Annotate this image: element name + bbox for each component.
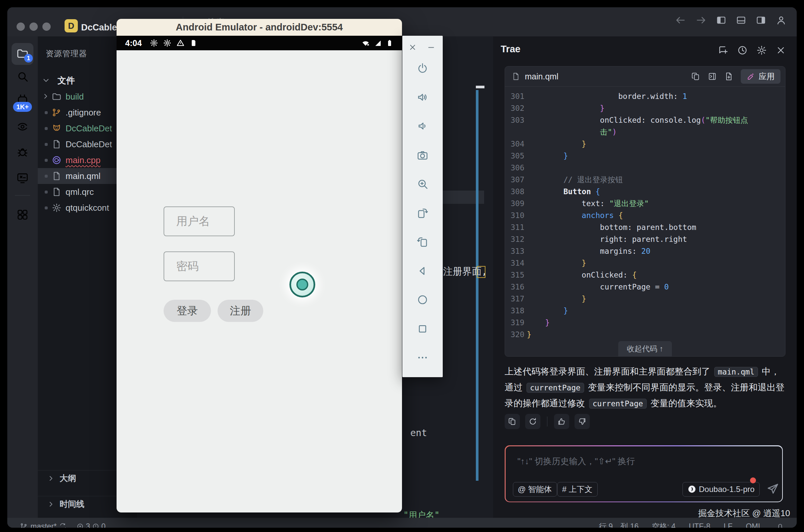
code-filename: main.qml bbox=[525, 72, 558, 81]
screen-record-button[interactable] bbox=[289, 272, 315, 298]
chat-input-inner[interactable]: "↑↓" 切换历史输入，"⇧↵" 换行 @ 智能体 # 上下文 Doubao-1… bbox=[506, 446, 782, 501]
status-item[interactable]: 空格: 4 bbox=[652, 521, 676, 528]
inline-code-chip: currentPage bbox=[589, 399, 647, 408]
code-line: 319} bbox=[505, 317, 785, 328]
community-watermark: 掘金技术社区 @ 逍遥10 bbox=[698, 508, 790, 519]
login-button[interactable]: 登录 bbox=[164, 300, 211, 322]
emulator-titlebar[interactable]: Android Emulator - androidDev:5554 bbox=[116, 19, 402, 36]
collapse-code-button[interactable]: 收起代码 ↑ bbox=[618, 341, 672, 356]
git-branch-status[interactable]: master* bbox=[20, 522, 67, 528]
ai-assistant-icon[interactable]: 1K+ bbox=[16, 93, 29, 107]
username-field[interactable]: 用户名 bbox=[164, 206, 235, 236]
thumbs-down-icon[interactable] bbox=[574, 414, 590, 429]
overview-icon[interactable] bbox=[417, 323, 428, 335]
toggle-bottom-panel-icon[interactable] bbox=[736, 15, 746, 25]
emulator-toolbar bbox=[402, 36, 443, 377]
explorer-badge: 1 bbox=[24, 54, 33, 62]
toggle-left-panel-icon[interactable] bbox=[716, 15, 727, 25]
password-field[interactable]: 密码 bbox=[164, 251, 235, 281]
problems-status[interactable]: 3 0 bbox=[76, 522, 106, 528]
model-name: Doubao-1.5-pro bbox=[699, 485, 755, 494]
toolbar-minimize-icon[interactable] bbox=[427, 43, 436, 52]
new-file-from-code-icon[interactable] bbox=[724, 72, 733, 81]
copy-message-icon[interactable] bbox=[505, 414, 520, 429]
timeline-label: 时间线 bbox=[60, 499, 85, 510]
sidebar-header: 资源管理器 bbox=[46, 48, 87, 59]
account-icon[interactable] bbox=[775, 15, 787, 26]
close-window-button[interactable] bbox=[17, 22, 25, 31]
code-line: 308Button { bbox=[505, 186, 785, 197]
nav-forward-icon[interactable] bbox=[695, 15, 707, 26]
settings-gear-icon[interactable] bbox=[756, 45, 767, 56]
rotate-left-icon[interactable] bbox=[417, 207, 428, 219]
close-panel-icon[interactable] bbox=[775, 45, 786, 56]
git-icon bbox=[52, 108, 61, 117]
chevron-down-icon bbox=[42, 76, 50, 85]
git-status-dot bbox=[45, 143, 48, 146]
git-status-dot bbox=[45, 191, 48, 193]
insert-code-icon[interactable] bbox=[708, 72, 717, 81]
status-item[interactable]: QML bbox=[746, 522, 762, 528]
extensions-grid-icon[interactable] bbox=[16, 208, 29, 221]
sim-status-icon bbox=[189, 39, 197, 47]
minimize-window-button[interactable] bbox=[30, 22, 38, 31]
bell-icon[interactable] bbox=[776, 522, 784, 528]
status-item[interactable]: 行 9，列 16 bbox=[599, 521, 638, 528]
more-icon[interactable] bbox=[417, 352, 428, 364]
volume-down-icon[interactable] bbox=[417, 120, 428, 132]
nav-back-icon[interactable] bbox=[675, 15, 686, 26]
toggle-right-panel-icon[interactable] bbox=[756, 15, 766, 25]
files-section-label: 文件 bbox=[58, 75, 75, 87]
editor-scrollbar[interactable] bbox=[476, 90, 478, 481]
apply-label: 应用 bbox=[759, 71, 774, 82]
power-icon[interactable] bbox=[417, 62, 428, 74]
agent-chip[interactable]: @ 智能体 bbox=[513, 482, 557, 497]
android-emulator-window: Android Emulator - androidDev:5554 4:04 … bbox=[116, 19, 402, 512]
emulator-screen: 用户名 密码 登录 注册 bbox=[116, 50, 402, 512]
emulator-status-bar: 4:04 bbox=[116, 36, 402, 50]
apply-code-button[interactable]: 应用 bbox=[741, 69, 781, 84]
activity-divider bbox=[15, 195, 30, 195]
model-selector[interactable]: Doubao-1.5-pro bbox=[682, 482, 760, 497]
status-item[interactable]: UTF-8 bbox=[689, 522, 710, 528]
inline-code-chip: currentPage bbox=[527, 383, 584, 393]
message-actions bbox=[505, 414, 590, 429]
chat-input-placeholder: "↑↓" 切换历史输入，"⇧↵" 换行 bbox=[517, 456, 635, 467]
regenerate-icon[interactable] bbox=[525, 414, 541, 429]
rotate-right-icon[interactable] bbox=[417, 236, 428, 248]
thumbs-up-icon[interactable] bbox=[554, 414, 569, 429]
battery-icon bbox=[385, 39, 394, 47]
debug-bug-icon[interactable] bbox=[16, 146, 29, 159]
zoom-in-icon[interactable] bbox=[417, 178, 428, 190]
gear-status-icon bbox=[163, 39, 171, 47]
history-icon[interactable] bbox=[737, 45, 748, 56]
file-icon bbox=[52, 171, 61, 181]
new-chat-icon[interactable] bbox=[718, 45, 729, 56]
git-status-dot bbox=[45, 127, 48, 130]
home-icon[interactable] bbox=[417, 294, 428, 306]
zoom-window-button[interactable] bbox=[42, 22, 51, 31]
register-button[interactable]: 注册 bbox=[218, 300, 263, 322]
branch-name: master* bbox=[31, 522, 57, 528]
code-review-eye-icon[interactable] bbox=[16, 120, 29, 133]
terminal-icon[interactable] bbox=[16, 171, 29, 185]
file-icon bbox=[512, 72, 520, 81]
volume-up-icon[interactable] bbox=[417, 91, 428, 103]
answer-text-segment: 变量的值来实现。 bbox=[648, 398, 722, 408]
ai-badge: 1K+ bbox=[13, 102, 32, 112]
git-status-dot bbox=[45, 175, 48, 178]
explorer-icon[interactable]: 1 bbox=[16, 47, 29, 60]
file-name: .gitignore bbox=[66, 108, 101, 118]
camera-icon[interactable] bbox=[417, 149, 428, 161]
code-line: 313margins: 20 bbox=[505, 245, 785, 257]
toolbar-close-icon[interactable] bbox=[408, 43, 417, 52]
search-sidebar-icon[interactable] bbox=[16, 70, 29, 83]
status-item[interactable]: LF bbox=[724, 522, 732, 528]
back-icon[interactable] bbox=[417, 265, 428, 277]
send-icon[interactable] bbox=[767, 483, 779, 495]
copy-code-icon[interactable] bbox=[691, 72, 700, 81]
context-chip[interactable]: # 上下文 bbox=[557, 482, 598, 497]
file-name: qml.qrc bbox=[66, 187, 94, 197]
gear-icon bbox=[52, 203, 61, 213]
code-line: 击") bbox=[505, 126, 785, 138]
